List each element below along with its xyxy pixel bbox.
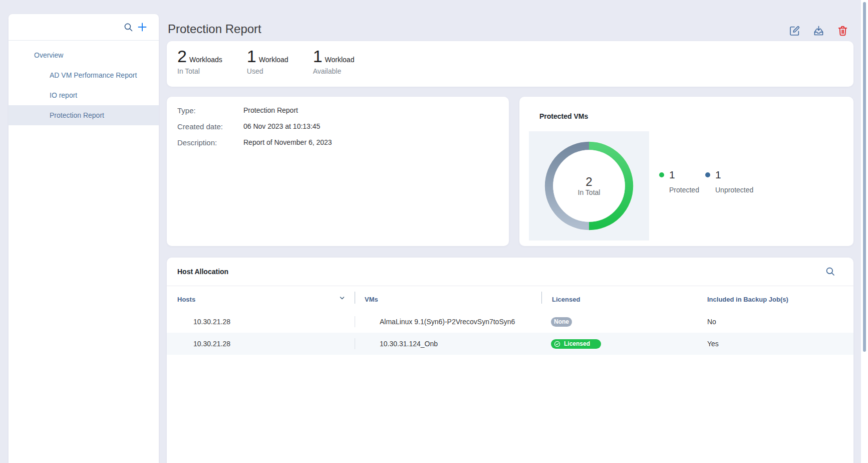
sidebar-item-label: AD VM Performance Report bbox=[50, 71, 137, 79]
page-title: Protection Report bbox=[167, 21, 853, 37]
cell-licensed: None bbox=[551, 311, 572, 333]
edit-icon[interactable] bbox=[789, 25, 800, 37]
license-badge-label: Licensed bbox=[564, 339, 590, 349]
stat-caption: Used bbox=[247, 67, 288, 75]
page-header: Protection Report bbox=[167, 21, 853, 37]
legend-item-protected: 1 Protected bbox=[659, 169, 699, 194]
detail-row-description: Description: Report of November 6, 2023 bbox=[177, 134, 509, 150]
sidebar-item-overview[interactable]: Overview bbox=[9, 45, 159, 65]
workload-stats: 2 Workloads In Total 1 Workload Used 1 W… bbox=[177, 49, 853, 75]
check-circle-icon bbox=[554, 341, 560, 347]
table-row[interactable]: 10.30.21.28 10.30.31.124_Onb Licensed Ye… bbox=[167, 333, 853, 355]
column-header-included[interactable]: Included in Backup Job(s) bbox=[707, 288, 788, 311]
unprotected-dot-icon bbox=[705, 172, 710, 177]
sidebar-nav: Overview AD VM Performance Report IO rep… bbox=[9, 41, 159, 125]
detail-label: Created date: bbox=[177, 122, 243, 131]
delete-icon[interactable] bbox=[837, 25, 848, 37]
detail-value: Protection Report bbox=[243, 106, 298, 114]
license-badge-none: None bbox=[551, 317, 572, 327]
search-icon[interactable] bbox=[123, 22, 133, 32]
stat-unit: Workload bbox=[259, 56, 288, 64]
table-header-row: Hosts VMs Licensed Included in Backup Jo… bbox=[167, 286, 853, 309]
table-search-icon[interactable] bbox=[825, 266, 835, 277]
column-separator bbox=[355, 292, 355, 304]
table-row[interactable]: 10.30.21.28 AlmaLinux 9.1(Syn6)-P2Vrecov… bbox=[167, 311, 853, 333]
detail-row-type: Type: Protection Report bbox=[177, 102, 509, 118]
legend-label: Unprotected bbox=[705, 186, 753, 194]
donut-total-value: 2 bbox=[544, 175, 634, 188]
detail-value: Report of November 6, 2023 bbox=[243, 138, 332, 146]
sidebar-header bbox=[9, 14, 159, 41]
host-allocation-title: Host Allocation bbox=[177, 268, 228, 276]
cell-host: 10.30.21.28 bbox=[193, 311, 230, 333]
detail-row-created-date: Created date: 06 Nov 2023 at 10:13:45 bbox=[177, 118, 509, 134]
host-allocation-card: Host Allocation Hosts VMs Licensed Inclu… bbox=[167, 258, 853, 463]
sidebar-item-label: IO report bbox=[50, 91, 77, 99]
scrollbar-thumb[interactable] bbox=[863, 2, 866, 352]
host-allocation-header: Host Allocation bbox=[167, 258, 853, 286]
stat-caption: Available bbox=[313, 67, 355, 75]
column-header-licensed[interactable]: Licensed bbox=[552, 288, 580, 311]
cell-licensed: Licensed bbox=[551, 333, 601, 355]
legend-label: Protected bbox=[659, 186, 699, 194]
cell-included: No bbox=[707, 311, 716, 333]
protected-dot-icon bbox=[659, 172, 664, 177]
column-header-vms[interactable]: VMs bbox=[365, 288, 378, 311]
detail-value: 06 Nov 2023 at 10:13:45 bbox=[243, 122, 320, 130]
sidebar-item-protection-report[interactable]: Protection Report bbox=[9, 105, 159, 125]
stat-unit: Workload bbox=[325, 56, 355, 64]
legend-value: 1 bbox=[669, 169, 675, 180]
report-details-card: Type: Protection Report Created date: 06… bbox=[167, 97, 509, 246]
sidebar-item-label: Overview bbox=[34, 51, 63, 59]
column-separator bbox=[541, 292, 542, 304]
protected-vms-card: Protected VMs bbox=[519, 97, 853, 246]
cell-vm: 10.30.31.124_Onb bbox=[380, 333, 438, 355]
donut-panel: 2 In Total bbox=[529, 131, 649, 241]
stat-unit: Workloads bbox=[189, 56, 222, 64]
stat-used: 1 Workload Used bbox=[247, 49, 288, 75]
stat-available: 1 Workload Available bbox=[313, 49, 355, 75]
legend-value: 1 bbox=[715, 169, 721, 180]
cell-vm: AlmaLinux 9.1(Syn6)-P2VrecovSyn7toSyn6 bbox=[380, 311, 515, 333]
column-header-hosts[interactable]: Hosts bbox=[177, 288, 195, 311]
sidebar-item-ad-vm-performance-report[interactable]: AD VM Performance Report bbox=[9, 65, 159, 85]
sidebar-item-label: Protection Report bbox=[50, 111, 104, 119]
stat-value: 1 bbox=[247, 49, 256, 64]
stat-in-total: 2 Workloads In Total bbox=[177, 49, 222, 75]
stat-value: 1 bbox=[313, 49, 323, 64]
sidebar-item-io-report[interactable]: IO report bbox=[9, 85, 159, 105]
sort-chevron-down-icon[interactable] bbox=[338, 294, 346, 302]
detail-label: Description: bbox=[177, 138, 243, 147]
cell-host: 10.30.21.28 bbox=[193, 333, 230, 355]
export-icon[interactable] bbox=[813, 25, 824, 37]
donut-center: 2 In Total bbox=[544, 141, 634, 230]
protected-vms-title: Protected VMs bbox=[539, 112, 588, 120]
legend-item-unprotected: 1 Unprotected bbox=[705, 169, 753, 194]
sidebar: Overview AD VM Performance Report IO rep… bbox=[9, 14, 159, 463]
license-badge-label: None bbox=[554, 317, 569, 327]
main-content: Protection Report bbox=[167, 0, 853, 463]
cell-included: Yes bbox=[707, 333, 719, 355]
license-badge-licensed: Licensed bbox=[551, 339, 601, 349]
stat-caption: In Total bbox=[177, 67, 222, 75]
cell-separator bbox=[355, 338, 355, 349]
add-report-icon[interactable] bbox=[137, 22, 147, 32]
detail-label: Type: bbox=[177, 106, 243, 115]
stat-value: 2 bbox=[177, 49, 187, 64]
header-actions bbox=[776, 25, 848, 37]
donut-total-label: In Total bbox=[544, 188, 634, 196]
workloads-summary-card: 2 Workloads In Total 1 Workload Used 1 W… bbox=[167, 41, 853, 87]
scrollbar-track[interactable] bbox=[861, 0, 868, 463]
protected-vms-donut-chart: 2 In Total bbox=[544, 141, 634, 230]
cell-separator bbox=[355, 316, 355, 327]
